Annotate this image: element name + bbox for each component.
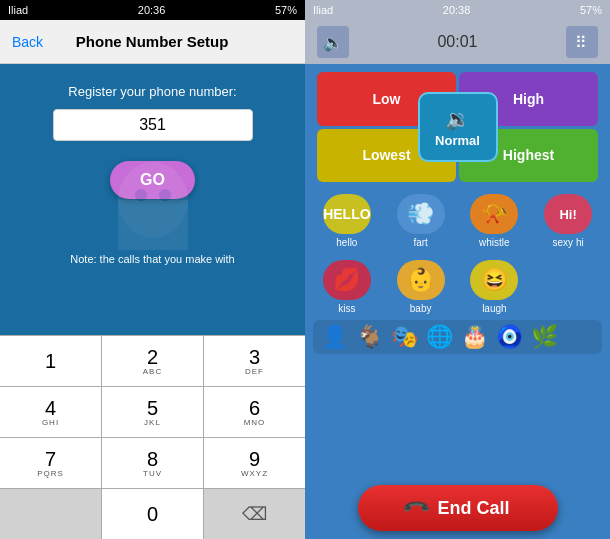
laugh-label: laugh bbox=[482, 303, 506, 314]
key-1[interactable]: 1 bbox=[0, 336, 102, 386]
note-text: Note: the calls that you make with bbox=[0, 253, 305, 265]
key-6[interactable]: 6 MNO bbox=[204, 387, 305, 437]
volume-area: Low High Lowest Highest 🔉 Normal bbox=[305, 64, 610, 188]
left-panel: Iliad 20:36 57% Back Phone Number Setup … bbox=[0, 0, 305, 539]
cat-person[interactable]: 👤 bbox=[321, 324, 348, 350]
whistle-label: whistle bbox=[479, 237, 510, 248]
back-button[interactable]: Back bbox=[12, 34, 43, 50]
grid-button[interactable]: ⠿ bbox=[566, 26, 598, 58]
register-label: Register your phone number: bbox=[68, 84, 236, 99]
cat-cake[interactable]: 🎂 bbox=[461, 324, 488, 350]
sound-whistle[interactable]: 📯 whistle bbox=[461, 194, 529, 248]
key-7[interactable]: 7 PQRS bbox=[0, 438, 102, 488]
cat-eye[interactable]: 🧿 bbox=[496, 324, 523, 350]
sound-empty bbox=[534, 260, 602, 314]
cat-nature[interactable]: 🌿 bbox=[531, 324, 558, 350]
sound-hello[interactable]: HELLO hello bbox=[313, 194, 381, 248]
time-right: 20:38 bbox=[443, 4, 471, 16]
sound-kiss[interactable]: 💋 kiss bbox=[313, 260, 381, 314]
sound-sexhi[interactable]: Hi! sexy hi bbox=[534, 194, 602, 248]
key-5[interactable]: 5 JKL bbox=[102, 387, 204, 437]
baby-icon: 👶 bbox=[397, 260, 445, 300]
sexhi-icon: Hi! bbox=[544, 194, 592, 234]
battery-right: 57% bbox=[580, 4, 602, 16]
grid-icon: ⠿ bbox=[575, 33, 588, 52]
carrier-left: Iliad bbox=[8, 4, 28, 16]
cat-globe[interactable]: 🌐 bbox=[426, 324, 453, 350]
keypad-row-3: 7 PQRS 8 TUV 9 WXYZ bbox=[0, 437, 305, 488]
vol-normal-label: Normal bbox=[435, 133, 480, 148]
right-panel: Iliad 20:38 57% 🔈 00:01 ⠿ Low High Lowes… bbox=[305, 0, 610, 539]
key-9[interactable]: 9 WXYZ bbox=[204, 438, 305, 488]
key-empty-left bbox=[0, 489, 101, 539]
hello-label: hello bbox=[336, 237, 357, 248]
end-call-area: 📞 End Call bbox=[305, 477, 610, 539]
keypad-row-1: 1 2 ABC 3 DEF bbox=[0, 335, 305, 386]
fart-label: fart bbox=[413, 237, 427, 248]
svg-point-3 bbox=[159, 189, 171, 201]
keypad: 1 2 ABC 3 DEF 4 GHI 5 JKL 6 MNO bbox=[0, 335, 305, 539]
cat-animal[interactable]: 🐐 bbox=[356, 324, 383, 350]
kiss-label: kiss bbox=[338, 303, 355, 314]
hello-icon: HELLO bbox=[323, 194, 371, 234]
end-call-label: End Call bbox=[437, 498, 509, 519]
whistle-icon: 📯 bbox=[470, 194, 518, 234]
carrier-right: Iliad bbox=[313, 4, 333, 16]
nav-bar: Back Phone Number Setup bbox=[0, 20, 305, 64]
volume-grid: Low High Lowest Highest 🔉 Normal bbox=[317, 72, 598, 182]
key-4[interactable]: 4 GHI bbox=[0, 387, 102, 437]
sexhi-label: sexy hi bbox=[553, 237, 584, 248]
key-0[interactable]: 0 bbox=[101, 489, 204, 539]
laugh-icon: 😆 bbox=[470, 260, 518, 300]
baby-label: baby bbox=[410, 303, 432, 314]
key-2[interactable]: 2 ABC bbox=[102, 336, 204, 386]
fart-icon: 💨 bbox=[397, 194, 445, 234]
end-call-icon: 📞 bbox=[401, 492, 432, 523]
status-bar-right: Iliad 20:38 57% bbox=[305, 0, 610, 20]
phone-setup-body: Register your phone number: GO Note: the… bbox=[0, 64, 305, 335]
cat-magic[interactable]: 🎭 bbox=[391, 324, 418, 350]
svg-point-2 bbox=[135, 189, 147, 201]
phone-input[interactable] bbox=[53, 109, 253, 141]
nav-title: Phone Number Setup bbox=[43, 33, 261, 50]
status-bar-left: Iliad 20:36 57% bbox=[0, 0, 305, 20]
call-timer: 00:01 bbox=[437, 33, 477, 51]
sound-effects-row2: 💋 kiss 👶 baby 😆 laugh bbox=[305, 254, 610, 320]
vol-normal-button[interactable]: 🔉 Normal bbox=[418, 92, 498, 162]
key-3[interactable]: 3 DEF bbox=[204, 336, 305, 386]
end-call-button[interactable]: 📞 End Call bbox=[358, 485, 558, 531]
sound-fart[interactable]: 💨 fart bbox=[387, 194, 455, 248]
time-left: 20:36 bbox=[138, 4, 166, 16]
call-top-bar: 🔈 00:01 ⠿ bbox=[305, 20, 610, 64]
key-8[interactable]: 8 TUV bbox=[102, 438, 204, 488]
keypad-row-2: 4 GHI 5 JKL 6 MNO bbox=[0, 386, 305, 437]
sound-baby[interactable]: 👶 baby bbox=[387, 260, 455, 314]
battery-left: 57% bbox=[275, 4, 297, 16]
vol-speaker-icon: 🔉 bbox=[445, 107, 470, 131]
keypad-row-0: 0 ⌫ bbox=[0, 488, 305, 539]
speaker-icon: 🔈 bbox=[323, 33, 343, 52]
category-row: 👤 🐐 🎭 🌐 🎂 🧿 🌿 bbox=[313, 320, 602, 354]
sound-effects-row1: HELLO hello 💨 fart 📯 whistle Hi! sexy hi bbox=[305, 188, 610, 254]
svg-rect-1 bbox=[118, 200, 188, 250]
kiss-icon: 💋 bbox=[323, 260, 371, 300]
delete-key[interactable]: ⌫ bbox=[204, 489, 305, 539]
speaker-button[interactable]: 🔈 bbox=[317, 26, 349, 58]
sound-laugh[interactable]: 😆 laugh bbox=[461, 260, 529, 314]
